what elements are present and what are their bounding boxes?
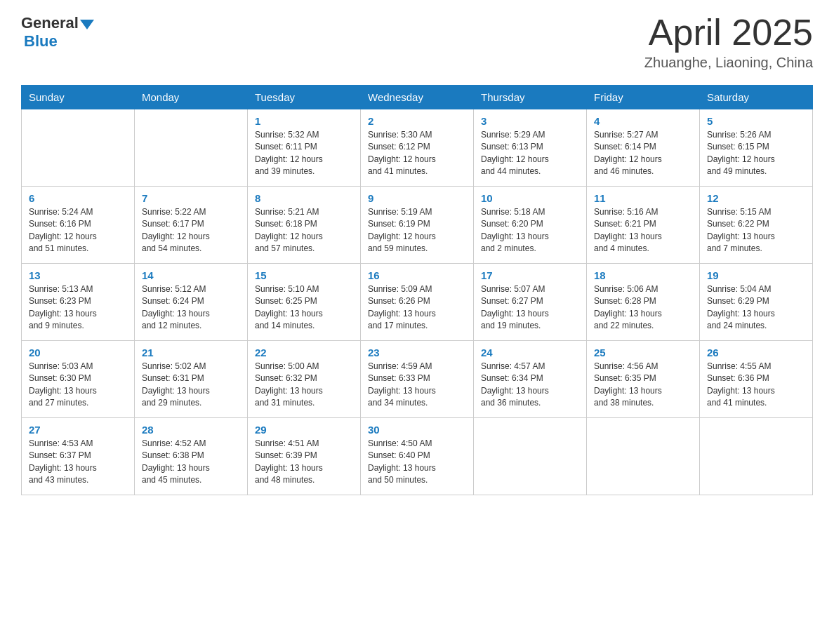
calendar-cell: 7Sunrise: 5:22 AM Sunset: 6:17 PM Daylig…: [135, 187, 248, 264]
day-info: Sunrise: 5:27 AM Sunset: 6:14 PM Dayligh…: [594, 129, 692, 178]
day-number: 4: [594, 115, 692, 127]
day-info: Sunrise: 4:50 AM Sunset: 6:40 PM Dayligh…: [368, 438, 466, 487]
day-info: Sunrise: 4:59 AM Sunset: 6:33 PM Dayligh…: [368, 361, 466, 410]
day-info: Sunrise: 5:09 AM Sunset: 6:26 PM Dayligh…: [368, 283, 466, 333]
day-number: 29: [255, 424, 353, 436]
calendar-cell: 28Sunrise: 4:52 AM Sunset: 6:38 PM Dayli…: [135, 418, 248, 495]
day-number: 15: [255, 269, 353, 281]
calendar-cell: 5Sunrise: 5:26 AM Sunset: 6:15 PM Daylig…: [700, 109, 813, 187]
header-row: SundayMondayTuesdayWednesdayThursdayFrid…: [22, 86, 813, 109]
day-number: 17: [481, 269, 579, 281]
calendar-cell: 6Sunrise: 5:24 AM Sunset: 6:16 PM Daylig…: [22, 187, 135, 264]
calendar-table: SundayMondayTuesdayWednesdayThursdayFrid…: [21, 85, 813, 495]
calendar-title: April 2025: [644, 14, 813, 51]
calendar-week-row: 20Sunrise: 5:03 AM Sunset: 6:30 PM Dayli…: [22, 341, 813, 418]
calendar-body: 1Sunrise: 5:32 AM Sunset: 6:11 PM Daylig…: [22, 109, 813, 495]
day-number: 11: [594, 192, 692, 204]
day-number: 12: [707, 192, 805, 204]
calendar-cell: [700, 418, 813, 495]
day-number: 5: [707, 115, 805, 127]
logo: General Blue: [21, 14, 95, 51]
day-number: 20: [29, 347, 127, 358]
day-number: 16: [368, 269, 466, 281]
calendar-subtitle: Zhuanghe, Liaoning, China: [644, 55, 813, 71]
day-info: Sunrise: 5:00 AM Sunset: 6:32 PM Dayligh…: [255, 361, 353, 410]
day-number: 14: [142, 269, 240, 281]
calendar-cell: 10Sunrise: 5:18 AM Sunset: 6:20 PM Dayli…: [474, 187, 587, 264]
day-number: 6: [29, 192, 127, 204]
header: General Blue April 2025 Zhuanghe, Liaoni…: [21, 14, 813, 71]
calendar-cell: 16Sunrise: 5:09 AM Sunset: 6:26 PM Dayli…: [361, 264, 474, 341]
logo-general-text: General: [21, 14, 79, 32]
calendar-cell: 30Sunrise: 4:50 AM Sunset: 6:40 PM Dayli…: [361, 418, 474, 495]
day-info: Sunrise: 5:06 AM Sunset: 6:28 PM Dayligh…: [594, 283, 692, 333]
day-info: Sunrise: 5:26 AM Sunset: 6:15 PM Dayligh…: [707, 129, 805, 178]
day-number: 7: [142, 192, 240, 204]
day-info: Sunrise: 5:24 AM Sunset: 6:16 PM Dayligh…: [29, 206, 127, 255]
logo-arrow-icon: [80, 20, 94, 29]
calendar-week-row: 13Sunrise: 5:13 AM Sunset: 6:23 PM Dayli…: [22, 264, 813, 341]
calendar-cell: 23Sunrise: 4:59 AM Sunset: 6:33 PM Dayli…: [361, 341, 474, 418]
weekday-header: Monday: [135, 86, 248, 109]
day-info: Sunrise: 5:22 AM Sunset: 6:17 PM Dayligh…: [142, 206, 240, 255]
calendar-week-row: 6Sunrise: 5:24 AM Sunset: 6:16 PM Daylig…: [22, 187, 813, 264]
day-number: 8: [255, 192, 353, 204]
calendar-cell: 20Sunrise: 5:03 AM Sunset: 6:30 PM Dayli…: [22, 341, 135, 418]
calendar-cell: 1Sunrise: 5:32 AM Sunset: 6:11 PM Daylig…: [248, 109, 361, 187]
calendar-cell: 9Sunrise: 5:19 AM Sunset: 6:19 PM Daylig…: [361, 187, 474, 264]
calendar-cell: 17Sunrise: 5:07 AM Sunset: 6:27 PM Dayli…: [474, 264, 587, 341]
calendar-cell: 3Sunrise: 5:29 AM Sunset: 6:13 PM Daylig…: [474, 109, 587, 187]
calendar-cell: 29Sunrise: 4:51 AM Sunset: 6:39 PM Dayli…: [248, 418, 361, 495]
day-info: Sunrise: 5:30 AM Sunset: 6:12 PM Dayligh…: [368, 129, 466, 178]
logo-blue-text: Blue: [24, 32, 58, 50]
day-number: 1: [255, 115, 353, 127]
day-number: 28: [142, 424, 240, 436]
calendar-cell: [587, 418, 700, 495]
day-info: Sunrise: 5:19 AM Sunset: 6:19 PM Dayligh…: [368, 206, 466, 255]
day-number: 2: [368, 115, 466, 127]
calendar-cell: 2Sunrise: 5:30 AM Sunset: 6:12 PM Daylig…: [361, 109, 474, 187]
day-info: Sunrise: 5:15 AM Sunset: 6:22 PM Dayligh…: [707, 206, 805, 255]
calendar-week-row: 27Sunrise: 4:53 AM Sunset: 6:37 PM Dayli…: [22, 418, 813, 495]
day-info: Sunrise: 5:21 AM Sunset: 6:18 PM Dayligh…: [255, 206, 353, 255]
day-number: 23: [368, 347, 466, 358]
weekday-header: Saturday: [700, 86, 813, 109]
day-info: Sunrise: 4:57 AM Sunset: 6:34 PM Dayligh…: [481, 361, 579, 410]
calendar-cell: 18Sunrise: 5:06 AM Sunset: 6:28 PM Dayli…: [587, 264, 700, 341]
calendar-cell: 14Sunrise: 5:12 AM Sunset: 6:24 PM Dayli…: [135, 264, 248, 341]
calendar-cell: 22Sunrise: 5:00 AM Sunset: 6:32 PM Dayli…: [248, 341, 361, 418]
day-info: Sunrise: 4:52 AM Sunset: 6:38 PM Dayligh…: [142, 438, 240, 487]
day-info: Sunrise: 5:10 AM Sunset: 6:25 PM Dayligh…: [255, 283, 353, 333]
title-section: April 2025 Zhuanghe, Liaoning, China: [644, 14, 813, 71]
calendar-cell: [22, 109, 135, 187]
calendar-cell: 19Sunrise: 5:04 AM Sunset: 6:29 PM Dayli…: [700, 264, 813, 341]
day-number: 10: [481, 192, 579, 204]
day-info: Sunrise: 4:53 AM Sunset: 6:37 PM Dayligh…: [29, 438, 127, 487]
calendar-cell: 13Sunrise: 5:13 AM Sunset: 6:23 PM Dayli…: [22, 264, 135, 341]
day-info: Sunrise: 5:07 AM Sunset: 6:27 PM Dayligh…: [481, 283, 579, 333]
calendar-header: SundayMondayTuesdayWednesdayThursdayFrid…: [22, 86, 813, 109]
calendar-cell: 11Sunrise: 5:16 AM Sunset: 6:21 PM Dayli…: [587, 187, 700, 264]
day-number: 13: [29, 269, 127, 281]
day-number: 22: [255, 347, 353, 358]
day-info: Sunrise: 5:12 AM Sunset: 6:24 PM Dayligh…: [142, 283, 240, 333]
calendar-cell: 15Sunrise: 5:10 AM Sunset: 6:25 PM Dayli…: [248, 264, 361, 341]
day-info: Sunrise: 5:03 AM Sunset: 6:30 PM Dayligh…: [29, 361, 127, 410]
day-info: Sunrise: 5:29 AM Sunset: 6:13 PM Dayligh…: [481, 129, 579, 178]
day-number: 21: [142, 347, 240, 358]
calendar-cell: 4Sunrise: 5:27 AM Sunset: 6:14 PM Daylig…: [587, 109, 700, 187]
day-number: 19: [707, 269, 805, 281]
calendar-cell: 12Sunrise: 5:15 AM Sunset: 6:22 PM Dayli…: [700, 187, 813, 264]
day-info: Sunrise: 5:32 AM Sunset: 6:11 PM Dayligh…: [255, 129, 353, 178]
day-number: 3: [481, 115, 579, 127]
day-number: 25: [594, 347, 692, 358]
weekday-header: Thursday: [474, 86, 587, 109]
calendar-cell: [135, 109, 248, 187]
day-info: Sunrise: 5:13 AM Sunset: 6:23 PM Dayligh…: [29, 283, 127, 333]
weekday-header: Friday: [587, 86, 700, 109]
day-number: 9: [368, 192, 466, 204]
day-info: Sunrise: 5:16 AM Sunset: 6:21 PM Dayligh…: [594, 206, 692, 255]
day-info: Sunrise: 4:55 AM Sunset: 6:36 PM Dayligh…: [707, 361, 805, 410]
calendar-cell: 8Sunrise: 5:21 AM Sunset: 6:18 PM Daylig…: [248, 187, 361, 264]
weekday-header: Tuesday: [248, 86, 361, 109]
